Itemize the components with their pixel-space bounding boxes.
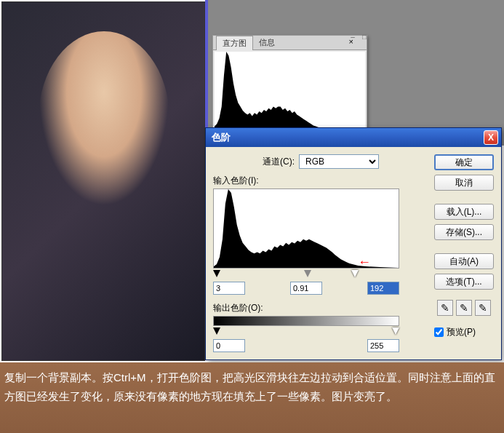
panel-tabs: 直方图 × 信息 [213,36,367,50]
dialog-title: 色阶 [209,131,231,144]
output-black-field[interactable] [213,339,245,352]
options-button[interactable]: 选项(T)... [434,274,494,290]
input-white-field[interactable] [367,282,399,295]
input-gamma-field[interactable] [290,282,322,295]
white-eyedropper-icon[interactable]: ✎ [475,300,491,316]
output-white-slider[interactable] [392,327,399,335]
load-button[interactable]: 载入(L)... [434,204,494,220]
output-black-slider[interactable] [213,327,220,335]
ok-button[interactable]: 确定 [434,154,494,170]
output-slider-track[interactable] [213,327,399,336]
cancel-button[interactable]: 取消 [434,175,494,191]
black-eyedropper-icon[interactable]: ✎ [437,300,453,316]
save-button[interactable]: 存储(S)... [434,224,494,240]
tab-info[interactable]: 信息 [253,36,281,49]
input-histogram: ← [213,188,399,269]
minimize-icon[interactable]: – [348,33,358,43]
instruction-caption: 复制一个背景副本。按Ctrl+M，打开色阶图，把高光区滑块往左边拉动到合适位置。… [0,362,504,433]
maximize-icon[interactable]: □ [359,33,369,43]
input-slider-track[interactable] [213,270,399,279]
channel-select[interactable]: RGB [299,154,379,169]
close-button[interactable]: X [484,130,498,145]
black-point-slider[interactable] [213,270,220,277]
input-levels-label: 输入色阶(I): [213,175,428,187]
histogram-chart [215,52,365,130]
output-white-field[interactable] [367,339,399,352]
preview-checkbox-row[interactable]: 预览(P) [434,326,494,338]
channel-label: 通道(C): [263,156,295,168]
preview-checkbox[interactable] [434,327,444,337]
tab-histogram[interactable]: 直方图 [216,36,253,50]
levels-dialog: 色阶 X 通道(C): RGB 输入色阶(I): ← [205,127,502,360]
input-black-field[interactable] [213,282,245,295]
midtone-slider[interactable] [304,270,311,277]
edited-photo [1,1,205,361]
white-point-slider[interactable] [351,270,359,277]
gray-eyedropper-icon[interactable]: ✎ [456,300,472,316]
output-gradient [213,316,399,326]
auto-button[interactable]: 自动(A) [434,253,494,269]
red-arrow-annotation: ← [358,255,371,270]
histogram-display [215,52,365,130]
preview-label: 预览(P) [447,326,476,338]
panel-window-controls: – □ [348,33,369,43]
output-levels-label: 输出色阶(O): [213,302,428,314]
dialog-titlebar[interactable]: 色阶 X [206,128,501,147]
histogram-panel: 直方图 × 信息 – □ [212,35,367,130]
